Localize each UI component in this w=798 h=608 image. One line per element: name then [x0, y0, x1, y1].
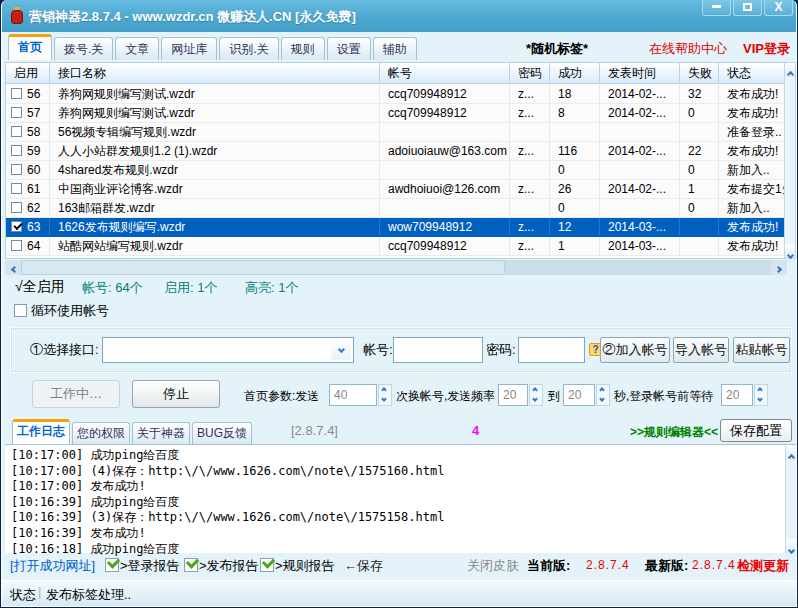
table-row-61[interactable]: 61中国商业评论博客.wzdrawdhoiuoi@126.comz...2620… — [6, 180, 788, 199]
freq-to-spinner[interactable] — [596, 384, 610, 406]
freq-to-input[interactable]: 20 — [563, 384, 595, 406]
close-skin-link[interactable]: 关闭皮肤 — [467, 557, 519, 575]
enable-all-toggle[interactable]: √全启用 — [15, 278, 65, 296]
freq-from-input[interactable]: 20 — [498, 384, 528, 406]
login-report-item[interactable]: >登录报告 — [105, 557, 180, 575]
param4-label: 秒,登录帐号前等待 — [614, 388, 713, 405]
column-header-7[interactable]: 状态 — [719, 63, 788, 84]
combo-arrow-icon[interactable] — [331, 340, 351, 360]
table-row-57[interactable]: 57养狗网规则编写测试.wzdrccq709948912z...82014-02… — [6, 104, 788, 123]
main-tab-4[interactable]: 识别.关 — [219, 37, 278, 60]
table-row-56[interactable]: 56养狗网规则编写测试.wzdrccq709948912z...182014-0… — [6, 85, 788, 104]
table-row-63[interactable]: 631626发布规则编写.wzdrwow709948912z...122014-… — [6, 218, 788, 237]
save-link[interactable]: ←保存 — [344, 557, 383, 575]
login-report-label: >登录报告 — [120, 558, 180, 573]
app-icon — [10, 7, 24, 25]
column-header-0[interactable]: 启用 — [6, 63, 50, 84]
sub-tab-0[interactable]: 工作日志 — [12, 419, 70, 444]
column-header-6[interactable]: 失败 — [680, 63, 719, 84]
main-tab-1[interactable]: 拨号.关 — [54, 37, 113, 60]
main-tab-0[interactable]: 首页 — [8, 34, 52, 60]
row-checkbox[interactable] — [11, 164, 22, 175]
account-label: 帐号: — [363, 341, 393, 359]
vip-login-link[interactable]: VIP登录 — [743, 40, 790, 58]
status-text: 发布标签处理.. — [46, 586, 131, 604]
param3-label: 到 — [548, 388, 560, 405]
open-success-url-link[interactable]: [打开成功网址] — [10, 557, 95, 575]
working-button[interactable]: 工作中… — [32, 380, 120, 408]
row-checkbox[interactable] — [11, 183, 22, 194]
window-title: 营销神器2.8.7.4 - www.wzdr.cn 微赚达人.CN [永久免费] — [29, 8, 356, 26]
table-row-59[interactable]: 59人人小站群发规则1.2 (1).wzdradoiuoiauw@163.com… — [6, 142, 788, 161]
column-header-1[interactable]: 接口名称 — [50, 63, 380, 84]
rule-editor-link[interactable]: >>规则编辑器<< — [630, 424, 718, 441]
sub-tab-1[interactable]: 您的权限 — [72, 422, 130, 444]
app-window: 营销神器2.8.7.4 - www.wzdr.cn 微赚达人.CN [永久免费]… — [1, 0, 797, 607]
send-count-spinner[interactable] — [378, 384, 392, 406]
table-row-60[interactable]: 604shared发布规则.wzdr00新加入.. — [6, 161, 788, 180]
loop-accounts-checkbox[interactable] — [14, 304, 27, 317]
sub-tab-3[interactable]: BUG反馈 — [192, 422, 252, 444]
row-checkbox[interactable] — [11, 88, 22, 99]
publish-report-item[interactable]: >发布报告 — [184, 557, 259, 575]
run-controls: 工作中… 停止 首页参数:发送 40 次换帐号,发送频率 20 到 20 秒,登… — [2, 378, 796, 412]
publish-report-checkbox[interactable] — [184, 558, 198, 572]
table-row-62[interactable]: 62163邮箱群发.wzdr00新加入.. — [6, 199, 788, 218]
column-header-3[interactable]: 密码 — [510, 63, 550, 84]
log-scrollbar[interactable] — [785, 446, 797, 553]
latest-version-value: 2.8.7.4 — [692, 558, 736, 572]
row-checkbox[interactable] — [11, 221, 22, 232]
import-account-button[interactable]: 导入帐号 — [673, 337, 729, 363]
maximize-button[interactable] — [733, 0, 762, 16]
login-report-checkbox[interactable] — [105, 558, 119, 572]
title-bar[interactable]: 营销神器2.8.7.4 - www.wzdr.cn 微赚达人.CN [永久免费]… — [2, 0, 796, 32]
rule-report-item[interactable]: >规则报告 — [260, 557, 335, 575]
save-config-button[interactable]: 保存配置 — [720, 419, 792, 442]
main-tab-6[interactable]: 设置 — [327, 37, 371, 60]
column-header-4[interactable]: 成功 — [550, 63, 600, 84]
send-count-input[interactable]: 40 — [329, 384, 377, 406]
summary-row: √全启用 帐号: 64个 启用: 1个 高亮: 1个 — [2, 276, 796, 298]
highlight-count: 高亮: 1个 — [245, 279, 298, 297]
loop-accounts-row: 循环使用帐号 — [14, 302, 109, 320]
rule-report-checkbox[interactable] — [260, 558, 274, 572]
accounts-count: 帐号: 64个 — [82, 279, 143, 297]
row-checkbox[interactable] — [11, 126, 22, 137]
interface-select[interactable] — [102, 337, 354, 363]
sub-tab-2[interactable]: 关于神器 — [132, 422, 190, 444]
password-input[interactable] — [518, 337, 585, 363]
row-checkbox[interactable] — [11, 107, 22, 118]
main-tab-3[interactable]: 网址库 — [161, 37, 217, 60]
table-header: 启用接口名称帐号密码成功发表时间失败状态 — [6, 63, 788, 84]
version-label: [2.8.7.4] — [291, 423, 338, 438]
table-row-58[interactable]: 5856视频专辑编写规则.wzdr准备登录.. — [6, 123, 788, 142]
row-checkbox[interactable] — [11, 145, 22, 156]
column-header-2[interactable]: 帐号 — [380, 63, 510, 84]
interface-table: 启用接口名称帐号密码成功发表时间失败状态 56养狗网规则编写测试.wzdrccq… — [5, 62, 797, 259]
main-tab-2[interactable]: 文章 — [115, 37, 159, 60]
current-version-value: 2.8.7.4 — [586, 558, 630, 572]
account-input[interactable] — [393, 337, 483, 363]
column-header-5[interactable]: 发表时间 — [600, 63, 680, 84]
publish-report-label: >发布报告 — [199, 558, 259, 573]
rule-report-label: >规则报告 — [275, 558, 335, 573]
stop-button[interactable]: 停止 — [132, 380, 220, 408]
main-tab-5[interactable]: 规则 — [281, 37, 325, 60]
wait-spinner[interactable] — [754, 384, 768, 406]
table-vertical-scrollbar[interactable] — [784, 62, 796, 259]
paste-account-button[interactable]: 粘贴帐号 — [733, 337, 790, 363]
table-horizontal-scrollbar[interactable] — [5, 260, 787, 275]
freq-from-spinner[interactable] — [529, 384, 543, 406]
check-update-link[interactable]: 检测更新 — [737, 557, 789, 575]
minimize-button[interactable] — [702, 0, 731, 16]
add-account-button[interactable]: ②加入帐号 — [600, 337, 670, 363]
table-row-64[interactable]: 64站酷网站编写规则.wzdrccq709948912z...12014-03-… — [6, 237, 788, 256]
row-checkbox[interactable] — [11, 240, 22, 251]
main-tab-7[interactable]: 辅助 — [373, 37, 417, 60]
online-help-link[interactable]: 在线帮助中心 — [649, 40, 727, 58]
close-button[interactable]: X — [764, 0, 793, 16]
wait-input[interactable]: 20 — [721, 384, 753, 406]
select-interface-label: ①选择接口: — [30, 341, 99, 359]
row-checkbox[interactable] — [11, 202, 22, 213]
hscroll-thumb[interactable] — [21, 260, 505, 275]
